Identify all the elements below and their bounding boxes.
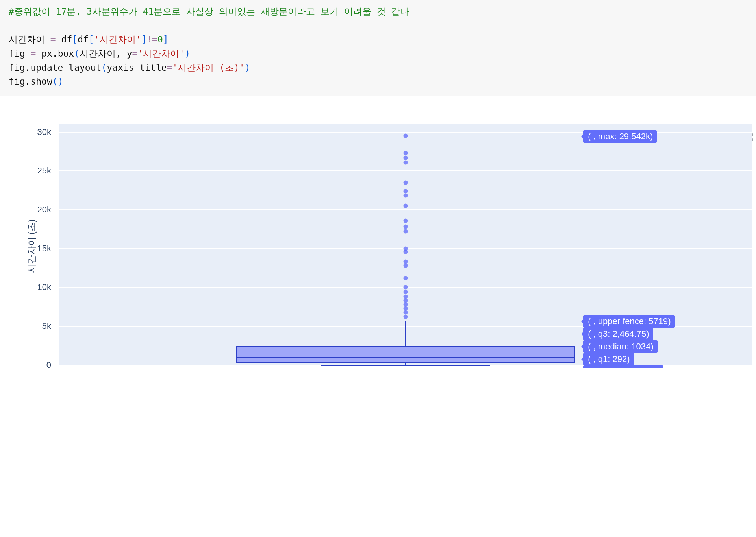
code-token: '시간차이 (초)': [172, 63, 245, 73]
gridline: [59, 209, 752, 210]
code-token: [: [89, 34, 94, 44]
y-tick-label: 25k: [37, 166, 59, 176]
boxplot-outlier[interactable]: [404, 310, 408, 314]
code-token: (: [74, 48, 80, 59]
code-token: fig.update_layout: [9, 63, 101, 73]
gridline: [59, 170, 752, 171]
boxplot-outlier[interactable]: [404, 285, 408, 290]
boxplot-outlier[interactable]: [404, 295, 408, 299]
boxplot-outlier[interactable]: [404, 194, 408, 198]
code-token: df: [61, 34, 72, 44]
code-token: =: [45, 34, 61, 44]
plot-area[interactable]: 05k10k15k20k25k30k( , max: 29.542k)( , u…: [59, 124, 752, 365]
y-tick-label: 30k: [37, 127, 59, 137]
boxplot-outlier[interactable]: [404, 218, 408, 223]
boxplot-tooltip: ( , max: 29.542k): [583, 130, 657, 143]
code-token: ): [58, 76, 63, 87]
boxplot-outlier[interactable]: [404, 155, 408, 160]
y-tick-label: 20k: [37, 205, 59, 215]
code-token: ]: [141, 34, 146, 44]
boxplot-outlier[interactable]: [404, 315, 408, 319]
notebook-output: 시간차이 (초) 05k10k15k20k25k30k( , max: 29.5…: [0, 124, 756, 368]
boxplot-outlier[interactable]: [404, 306, 408, 310]
code-token: [: [72, 34, 78, 44]
code-token: ): [245, 63, 250, 73]
code-token: fig: [9, 48, 25, 59]
boxplot-outlier[interactable]: [404, 151, 408, 155]
boxplot-outlier[interactable]: [404, 246, 408, 251]
y-tick-label: 5k: [42, 321, 59, 331]
code-token: ): [185, 48, 190, 59]
boxplot-median: [236, 357, 575, 358]
y-tick-label: 10k: [37, 282, 59, 292]
y-tick-label: 0: [46, 360, 59, 368]
boxplot-outlier[interactable]: [404, 180, 408, 185]
boxplot-cap: [321, 321, 490, 321]
code-token: y: [127, 48, 132, 59]
boxplot-tooltip: ( , median: 1034): [583, 340, 657, 353]
boxplot-outlier[interactable]: [404, 229, 408, 234]
y-axis-title: 시간차이 (초): [26, 219, 38, 273]
code-token: 0: [158, 34, 163, 44]
code-token: fig.show: [9, 76, 52, 87]
code-token: ,: [116, 48, 127, 59]
code-token: '시간차이': [94, 34, 141, 44]
boxplot-outlier[interactable]: [404, 225, 408, 229]
boxplot-outlier[interactable]: [404, 133, 408, 138]
boxplot-outlier[interactable]: [404, 160, 408, 164]
boxplot-tooltip: ( , lower fence: 10): [583, 365, 663, 368]
boxplot-cap: [321, 365, 490, 366]
boxplot-outlier[interactable]: [404, 204, 408, 208]
code-token: (: [101, 63, 107, 73]
boxplot-outlier[interactable]: [404, 260, 408, 264]
boxplot-box[interactable]: [236, 346, 575, 363]
y-tick-label: 15k: [37, 244, 59, 254]
code-comment: #중위값이 17분, 3사분위수가 41분으로 사실상 의미있는 재방문이라고 …: [9, 6, 409, 17]
code-token: (: [52, 76, 58, 87]
code-token: px.box: [41, 48, 74, 59]
code-token: yaxis_title: [107, 63, 167, 73]
code-token: ]: [163, 34, 169, 44]
boxplot-outlier[interactable]: [404, 302, 408, 306]
boxplot-outlier[interactable]: [404, 276, 408, 280]
code-token: 시간차이: [9, 34, 45, 44]
boxplot-whisker: [405, 321, 406, 346]
code-cell: #중위값이 17분, 3사분위수가 41분으로 사실상 의미있는 재방문이라고 …: [0, 0, 756, 96]
code-token: =: [25, 48, 42, 59]
code-token: '시간차이': [137, 48, 185, 59]
code-token: 시간차이: [80, 48, 116, 59]
boxplot-outlier[interactable]: [404, 189, 408, 193]
boxplot-tooltip: ( , q1: 292): [583, 353, 634, 365]
boxplot-tooltip: ( , q3: 2,464.75): [583, 328, 653, 340]
code-token: !=: [146, 34, 158, 44]
boxplot-tooltip: ( , upper fence: 5719): [583, 315, 674, 328]
boxplot-outlier[interactable]: [404, 290, 408, 294]
code-token: df: [78, 34, 89, 44]
boxplot-outlier[interactable]: [404, 264, 408, 268]
boxplot-chart[interactable]: 시간차이 (초) 05k10k15k20k25k30k( , max: 29.5…: [0, 124, 756, 368]
boxplot-outlier[interactable]: [404, 299, 408, 303]
